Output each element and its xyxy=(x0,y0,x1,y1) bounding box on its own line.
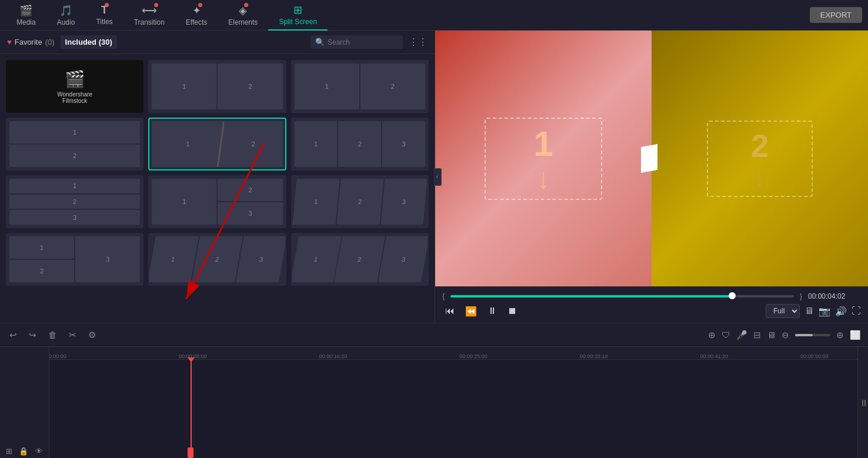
video-preview: 1 ↓ 2 ↓ xyxy=(435,31,868,286)
split-diag-card[interactable]: 1 2 xyxy=(148,118,286,171)
split-3v-card-1[interactable]: 1 2 3 xyxy=(6,175,143,228)
elements-icon: ◈ xyxy=(239,4,247,17)
cell-3: 3 xyxy=(378,236,429,282)
add-track-icon[interactable]: ⊞ xyxy=(6,447,12,456)
timeline-ruler: 00:00:00:00 00:00:08:00 00:00:16:20 00:0… xyxy=(49,347,857,360)
nav-media[interactable]: 🎬 Media xyxy=(6,0,46,31)
timeline-area: ↩ ↪ 🗑 ✂ ⚙ ⊕ 🛡 🎤 ⊟ 🖥 ⊖ ⊕ ⬜ ⊞ 🔒 👁 xyxy=(0,323,868,458)
stop-button[interactable]: ⏹ xyxy=(505,305,520,317)
cell-2: 2 xyxy=(360,63,425,109)
cell-2: 2 xyxy=(335,236,386,282)
drop-arrow-1: ↓ xyxy=(536,164,551,193)
transition-icon: ⟷ xyxy=(142,4,157,17)
settings-button[interactable]: ⚙ xyxy=(86,329,98,342)
included-filter[interactable]: Included (30) xyxy=(61,35,117,49)
mic-icon[interactable]: 🎤 xyxy=(736,330,747,340)
step-back-button[interactable]: ⏪ xyxy=(462,305,480,318)
timeline-playhead[interactable] xyxy=(191,360,192,458)
video-controls: { } 00:00:04:02 ⏮ ⏪ ⏸ ⏹ Full 1/2 1/4 xyxy=(435,286,868,323)
nav-audio[interactable]: 🎵 Audio xyxy=(46,0,86,31)
lock-icon[interactable]: 🔒 xyxy=(19,447,28,456)
grid-view-button[interactable]: ⋮⋮ xyxy=(409,36,428,48)
cell-2: 2 xyxy=(9,195,140,209)
camera-icon[interactable]: 📷 xyxy=(819,306,830,317)
controls-row: ⏮ ⏪ ⏸ ⏹ Full 1/2 1/4 🖥 📷 🔊 ⛶ xyxy=(442,304,861,318)
go-to-start-button[interactable]: ⏮ xyxy=(442,305,458,317)
timeline-left-sidebar: ⊞ 🔒 👁 xyxy=(0,347,49,458)
cell-3: 3 xyxy=(380,179,428,225)
cell-1: 1 xyxy=(148,236,199,282)
cell-3: 3 xyxy=(75,236,140,282)
progress-fill xyxy=(450,295,732,297)
split-2v-card[interactable]: 1 2 xyxy=(6,118,143,171)
playhead-indicator xyxy=(188,447,193,458)
cell-2: 2 xyxy=(9,145,140,167)
eye-icon[interactable]: 👁 xyxy=(35,447,43,456)
time-bracket-start: { xyxy=(442,292,445,300)
shield-icon[interactable]: 🛡 xyxy=(722,330,730,340)
split-3diag-card-1[interactable]: 1 2 3 xyxy=(291,175,429,228)
nav-splitscreen[interactable]: ⊞ Split Screen xyxy=(268,0,328,31)
ruler-mark-0: 00:00:00:00 xyxy=(49,353,66,359)
caption-icon[interactable]: ⊟ xyxy=(753,330,761,340)
split-3diag-card-3[interactable]: 1 2 3 xyxy=(291,233,429,286)
drop-arrow-2: ↓ xyxy=(753,165,766,190)
split-screen-grid: 🎬 Wondershare Filmstock 1 2 1 2 xyxy=(0,54,435,292)
redo-button[interactable]: ↪ xyxy=(26,329,39,342)
split-2h-card-1[interactable]: 1 2 xyxy=(148,60,286,113)
snap-icon[interactable]: ⊕ xyxy=(708,330,716,340)
nav-audio-label: Audio xyxy=(57,18,75,26)
timeline-right-icons: ⊕ 🛡 🎤 ⊟ 🖥 ⊖ ⊕ ⬜ xyxy=(708,330,861,340)
zoom-in-icon[interactable]: ⊕ xyxy=(836,330,844,340)
cell-2: 2 xyxy=(336,179,383,225)
panel-collapse-tab[interactable]: ‹ xyxy=(433,168,442,186)
drop-number-2: 2 xyxy=(751,127,769,165)
drop-zone-2: 2 ↓ xyxy=(707,121,813,197)
monitor-icon[interactable]: 🖥 xyxy=(804,306,814,316)
export-button[interactable]: EXPORT xyxy=(810,7,862,23)
search-box[interactable]: 🔍 xyxy=(311,35,403,49)
cell-2: 2 xyxy=(218,179,282,201)
delete-button[interactable]: 🗑 xyxy=(46,329,59,341)
split-3diag-card-2[interactable]: 1 2 3 xyxy=(148,233,286,286)
nav-titles[interactable]: T Titles xyxy=(85,0,123,31)
volume-icon[interactable]: 🔊 xyxy=(835,306,847,317)
nav-effects[interactable]: ✦ Effects xyxy=(175,0,218,31)
fullscreen-icon[interactable]: ⛶ xyxy=(852,306,861,316)
panel-toolbar: ♥ Favorite (0) Included (30) 🔍 ⋮⋮ xyxy=(0,31,435,54)
cell-3: 3 xyxy=(236,236,286,282)
zoom-out-icon[interactable]: ⊖ xyxy=(782,330,789,340)
split-2h-card-2[interactable]: 1 2 xyxy=(291,60,429,113)
pause-button[interactable]: ⏸ xyxy=(485,305,500,317)
favorite-label: Favorite xyxy=(15,38,42,46)
progress-thumb xyxy=(729,292,736,299)
zoom-slider[interactable] xyxy=(795,334,830,336)
quality-selector[interactable]: Full 1/2 1/4 xyxy=(766,304,800,318)
monitor2-icon[interactable]: 🖥 xyxy=(767,330,776,340)
heart-icon: ♥ xyxy=(7,38,12,46)
timeline-main: 00:00:00:00 00:00:08:00 00:00:16:20 00:0… xyxy=(49,347,857,458)
split-3h-card-1[interactable]: 1 2 3 xyxy=(291,118,429,171)
split-1left-2stack[interactable]: 1 2 3 xyxy=(6,233,143,286)
favorite-filter[interactable]: ♥ Favorite (0) xyxy=(7,38,55,46)
splitscreen-icon: ⊞ xyxy=(293,4,302,16)
right-control-icons: 🖥 📷 🔊 ⛶ xyxy=(804,306,861,317)
undo-button[interactable]: ↩ xyxy=(7,329,19,342)
cut-button[interactable]: ✂ xyxy=(66,329,79,342)
filmstock-name-line1: Wondershare xyxy=(57,91,92,98)
fit-icon[interactable]: ⬜ xyxy=(850,330,861,340)
diag-cell-2: 2 xyxy=(224,121,283,167)
cell-1: 1 xyxy=(9,236,74,259)
nav-transition-label: Transition xyxy=(134,18,165,26)
search-input[interactable] xyxy=(328,38,398,46)
collapse-right-icon[interactable]: ⏸ xyxy=(858,398,869,407)
split-left2-card[interactable]: 1 2 3 xyxy=(148,175,286,228)
nav-transition[interactable]: ⟷ Transition xyxy=(123,0,175,31)
ruler-mark-6: 00:00:50:00 xyxy=(800,353,829,359)
nav-elements[interactable]: ◈ Elements xyxy=(218,0,268,31)
progress-bar[interactable] xyxy=(450,295,793,297)
filmstock-card[interactable]: 🎬 Wondershare Filmstock xyxy=(6,60,143,113)
video-panel-2: 2 ↓ xyxy=(652,31,868,286)
search-icon: 🔍 xyxy=(315,38,325,46)
grid-wrapper: 🎬 Wondershare Filmstock 1 2 1 2 xyxy=(0,54,435,323)
